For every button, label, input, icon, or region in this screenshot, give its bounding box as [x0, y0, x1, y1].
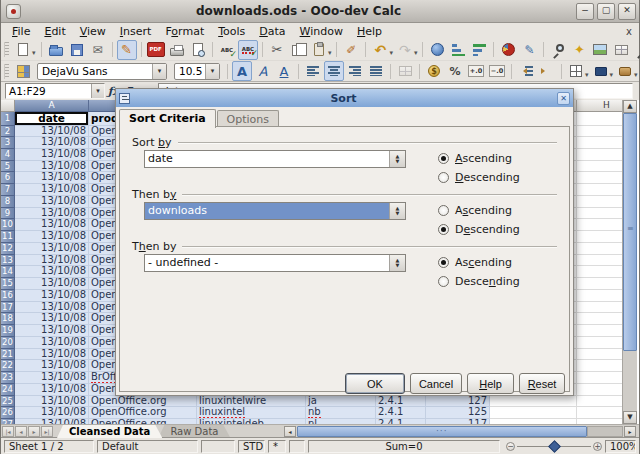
row-header-5[interactable]: 5	[1, 161, 15, 173]
cell-A19[interactable]: 13/10/08	[15, 325, 89, 337]
select-all-corner[interactable]	[1, 100, 15, 112]
row-header-19[interactable]: 19	[1, 325, 15, 337]
italic-icon[interactable]: A	[253, 61, 273, 81]
first-sheet-icon[interactable]: |◂	[2, 426, 14, 437]
row-header-22[interactable]: 22	[1, 360, 15, 372]
paste-icon[interactable]	[309, 40, 329, 60]
borders-icon[interactable]	[566, 61, 586, 81]
cell-A25[interactable]: 13/10/08	[15, 396, 89, 408]
sort-key-select-2[interactable]: downloads▲▼	[144, 202, 406, 220]
menu-item-help[interactable]: Help	[350, 24, 389, 39]
last-sheet-icon[interactable]: ▸|	[41, 426, 53, 437]
cut-icon[interactable]: ✂	[267, 40, 287, 60]
maximize-button[interactable]: ▢	[597, 3, 615, 20]
format-paintbrush-icon[interactable]: ✐	[341, 40, 361, 60]
row-header-16[interactable]: 16	[1, 290, 15, 302]
help-button[interactable]: Help	[467, 373, 514, 394]
align-right-icon[interactable]	[345, 61, 365, 81]
combo-spin-icon[interactable]: ▲▼	[389, 203, 405, 219]
cell-A13[interactable]: 13/10/08	[15, 255, 89, 267]
sort-key-select-1[interactable]: date▲▼	[144, 150, 406, 168]
cell-D26[interactable]: nb	[306, 407, 376, 419]
cell-F25[interactable]: 127	[426, 396, 490, 408]
merge-cells-icon[interactable]	[395, 61, 415, 81]
reset-button[interactable]: Reset	[519, 373, 565, 394]
next-sheet-icon[interactable]: ▸	[28, 426, 40, 437]
spellcheck-icon[interactable]: ABC✓	[217, 40, 237, 60]
zoom-slider[interactable]: − +	[506, 442, 602, 451]
ok-button[interactable]: OK	[345, 373, 405, 394]
cell-A9[interactable]: 13/10/08	[15, 208, 89, 220]
delete-decimal-icon[interactable]: −.0	[487, 61, 507, 81]
row-header-26[interactable]: 26	[1, 407, 15, 419]
cell-A21[interactable]: 13/10/08	[15, 349, 89, 361]
scroll-right-icon[interactable]: ▸	[624, 426, 636, 437]
cell-A1[interactable]: date	[15, 112, 89, 126]
row-header-4[interactable]: 4	[1, 149, 15, 161]
close-button[interactable]: ✕	[618, 3, 636, 20]
cell-A5[interactable]: 13/10/08	[15, 161, 89, 173]
edit-file-icon[interactable]: ✎	[117, 40, 137, 60]
zoom-in-icon[interactable]: +	[593, 442, 602, 451]
font-size-select[interactable]: 10.5▾	[174, 63, 220, 80]
row-header-18[interactable]: 18	[1, 313, 15, 325]
dialog-tab-sort-criteria[interactable]: Sort Criteria	[119, 109, 216, 128]
cancel-button[interactable]: Cancel	[410, 373, 462, 394]
align-center-icon[interactable]	[324, 61, 344, 81]
open-icon[interactable]	[46, 40, 66, 60]
horizontal-scrollbar[interactable]: ◂ ▸	[284, 426, 636, 437]
scroll-up-icon[interactable]: ▲	[623, 100, 637, 113]
cell-A26[interactable]: 13/10/08	[15, 407, 89, 419]
font-name-select[interactable]: DejaVu Sans▾	[37, 63, 167, 80]
percent-icon[interactable]: %	[445, 61, 465, 81]
menu-item-data[interactable]: Data	[252, 24, 292, 39]
row-header-13[interactable]: 13	[1, 255, 15, 267]
cell-D25[interactable]: ja	[306, 396, 376, 408]
horizontal-scrollbar-track[interactable]	[587, 426, 623, 437]
name-box[interactable]: A1:F29 ▾	[5, 83, 105, 99]
menu-item-tools[interactable]: Tools	[211, 24, 252, 39]
background-color-icon[interactable]	[591, 61, 611, 81]
underline-icon[interactable]: A	[274, 61, 294, 81]
cell-F26[interactable]: 125	[426, 407, 490, 419]
radio-button-icon[interactable]	[438, 205, 449, 216]
chevron-down-icon[interactable]: ▾	[152, 64, 166, 79]
cell-A12[interactable]: 13/10/08	[15, 243, 89, 255]
zoom-slider-thumb[interactable]	[548, 440, 561, 453]
row-header-17[interactable]: 17	[1, 302, 15, 314]
menu-item-edit[interactable]: Edit	[37, 24, 72, 39]
export-pdf-icon[interactable]: PDF	[146, 40, 166, 60]
radio-descending-2[interactable]: Descending	[438, 222, 520, 236]
cell-A14[interactable]: 13/10/08	[15, 266, 89, 278]
cell-A24[interactable]: 13/10/08	[15, 384, 89, 396]
redo-icon[interactable]: ↷	[395, 40, 415, 60]
row-header-25[interactable]: 25	[1, 396, 15, 408]
cell-E25[interactable]: 2.4.1	[376, 396, 426, 408]
radio-descending-1[interactable]: Descending	[438, 170, 520, 184]
menu-item-view[interactable]: View	[73, 24, 113, 39]
zoom-slider-track[interactable]	[517, 446, 591, 447]
cell-A11[interactable]: 13/10/08	[15, 231, 89, 243]
row-header-6[interactable]: 6	[1, 172, 15, 184]
chevron-down-icon[interactable]: ▾	[91, 84, 104, 98]
print-icon[interactable]	[167, 40, 187, 60]
radio-button-icon[interactable]	[438, 224, 449, 235]
row-header-24[interactable]: 24	[1, 384, 15, 396]
column-header-A[interactable]: A	[15, 100, 89, 112]
scroll-down-icon[interactable]: ▼	[623, 411, 637, 424]
row-header-15[interactable]: 15	[1, 278, 15, 290]
align-left-icon[interactable]	[303, 61, 323, 81]
dialog-close-icon[interactable]: ✕	[557, 92, 570, 105]
cell-B26[interactable]: OpenOffice.org	[89, 407, 197, 419]
row-header-21[interactable]: 21	[1, 349, 15, 361]
save-icon[interactable]	[67, 40, 87, 60]
radio-ascending-3[interactable]: Ascending	[438, 255, 512, 269]
row-header-14[interactable]: 14	[1, 266, 15, 278]
row-header-2[interactable]: 2	[1, 126, 15, 138]
auto-spellcheck-icon[interactable]: ABC✓	[238, 40, 258, 60]
cell-A4[interactable]: 13/10/08	[15, 149, 89, 161]
cell-G26[interactable]	[490, 407, 577, 419]
sheet-tab-cleansed-data[interactable]: Cleansed Data	[57, 425, 162, 438]
radio-button-icon[interactable]	[438, 172, 449, 183]
copy-icon[interactable]	[288, 40, 308, 60]
